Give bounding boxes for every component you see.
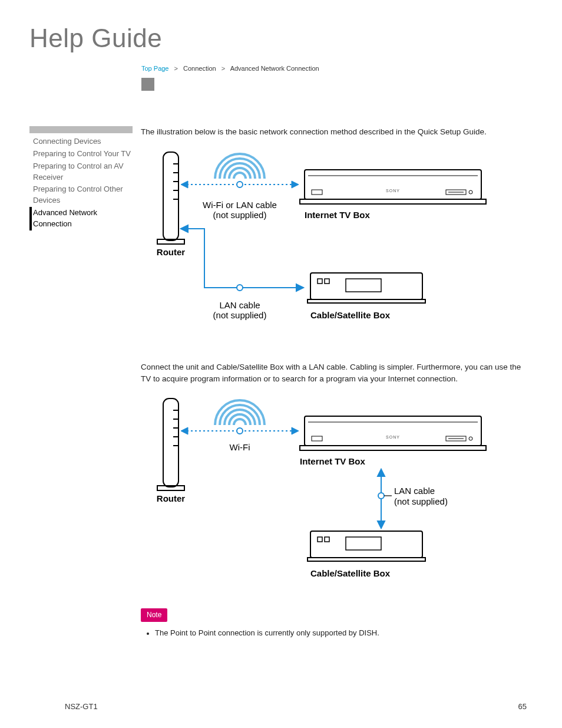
sidebar-item-preparing-other[interactable]: Preparing to Control Other Devices: [29, 183, 133, 207]
not-supplied-label: (not supplied): [213, 210, 267, 220]
wifi-icon: [215, 400, 265, 425]
cable-box-icon: [308, 273, 425, 303]
lan-connection-icon: [378, 469, 392, 528]
itv-label: Internet TV Box: [300, 456, 366, 466]
svg-point-10: [237, 182, 243, 187]
svg-marker-45: [378, 469, 385, 476]
svg-rect-49: [310, 531, 422, 558]
main-content: The illustration below is the basic netw…: [141, 126, 527, 639]
sidebar-item-connecting-devices[interactable]: Connecting Devices: [29, 136, 133, 148]
not-supplied-label: (not supplied): [394, 496, 448, 506]
svg-marker-9: [292, 181, 299, 188]
svg-rect-24: [325, 279, 329, 284]
sidebar: Connecting Devices Preparing to Control …: [29, 126, 133, 230]
footer-page-number: 65: [518, 702, 527, 711]
svg-rect-39: [300, 446, 486, 450]
svg-rect-52: [325, 537, 329, 542]
sidebar-divider: [29, 126, 133, 133]
wifi-lan-connection-icon: [181, 181, 299, 188]
svg-rect-25: [346, 279, 381, 292]
section-marker-icon: [141, 78, 154, 91]
svg-rect-13: [300, 199, 486, 204]
sidebar-item-preparing-av[interactable]: Preparing to Control an AV Receiver: [29, 160, 133, 184]
wifi-icon: [215, 154, 265, 179]
internet-tv-box-icon: [300, 170, 486, 204]
note-list: The Point to Point connection is current…: [155, 628, 527, 639]
cable-box-icon: [308, 531, 425, 561]
svg-rect-51: [318, 537, 322, 542]
svg-rect-0: [163, 152, 178, 241]
svg-marker-8: [181, 181, 188, 188]
svg-rect-14: [312, 190, 322, 195]
brand-label: SONY: [386, 435, 400, 439]
breadcrumb: Top Page > Connection > Advanced Network…: [141, 65, 527, 72]
note-item: The Point to Point connection is current…: [155, 628, 379, 637]
network-diagram-2: Router: [146, 393, 527, 591]
footer-model: NSZ-GT1: [65, 702, 98, 711]
svg-marker-18: [181, 225, 188, 232]
svg-rect-22: [308, 299, 425, 303]
router-icon: [157, 152, 184, 244]
router-label: Router: [157, 493, 185, 503]
breadcrumb-mid: Connection: [183, 65, 216, 72]
svg-marker-35: [292, 427, 299, 434]
note-badge: Note: [141, 608, 167, 622]
sidebar-item-advanced-network[interactable]: Advanced Network Connection: [29, 207, 133, 230]
svg-point-47: [378, 493, 384, 499]
cable-box-label: Cable/Satellite Box: [310, 568, 391, 578]
svg-marker-19: [296, 284, 303, 291]
page-title: Help Guide: [29, 24, 527, 53]
svg-rect-26: [163, 398, 178, 487]
breadcrumb-sep: >: [174, 65, 178, 72]
svg-rect-23: [318, 279, 322, 284]
brand-label: SONY: [386, 189, 400, 193]
breadcrumb-current: Advanced Network Connection: [230, 65, 319, 72]
router-label: Router: [157, 247, 185, 257]
breadcrumb-sep: >: [222, 65, 225, 72]
breadcrumb-top-link[interactable]: Top Page: [141, 65, 168, 72]
network-diagram-1: Router: [146, 146, 527, 332]
intro-text-1: The illustration below is the basic netw…: [141, 126, 527, 138]
svg-rect-50: [308, 558, 425, 561]
svg-point-20: [237, 285, 243, 291]
wifi-connection-icon: [181, 427, 299, 434]
svg-marker-34: [181, 427, 188, 434]
svg-point-36: [237, 428, 243, 434]
svg-rect-40: [312, 436, 322, 441]
lan-label: LAN cable: [394, 486, 435, 496]
lan-label: LAN cable: [219, 300, 260, 310]
page-footer: NSZ-GT1 65: [65, 702, 527, 711]
wifi-lan-label: Wi-Fi or LAN cable: [203, 200, 277, 210]
router-icon: [157, 398, 184, 490]
internet-tv-box-icon: [300, 416, 486, 450]
svg-marker-46: [378, 521, 385, 528]
itv-label: Internet TV Box: [305, 210, 371, 220]
intro-text-2: Connect the unit and Cable/Satellite Box…: [141, 361, 527, 384]
wifi-label: Wi-Fi: [230, 442, 250, 452]
svg-rect-53: [346, 537, 381, 550]
lan-connection-icon: [181, 225, 303, 291]
sidebar-item-preparing-tv[interactable]: Preparing to Control Your TV: [29, 148, 133, 160]
not-supplied-label-2: (not supplied): [213, 310, 267, 320]
svg-point-17: [469, 190, 472, 194]
cable-box-label: Cable/Satellite Box: [310, 310, 391, 320]
svg-rect-21: [310, 273, 422, 299]
svg-point-43: [469, 437, 472, 440]
